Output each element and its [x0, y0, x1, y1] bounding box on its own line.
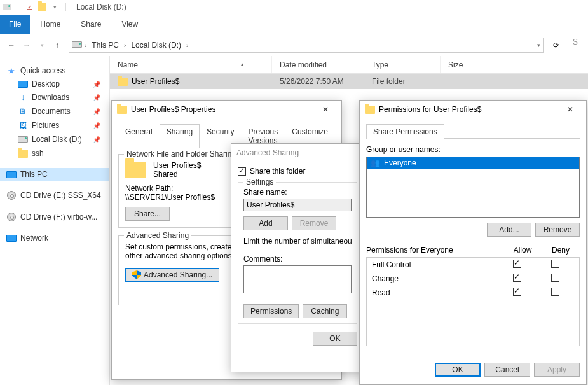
permission-row: Change — [367, 272, 579, 286]
allow-change-checkbox[interactable] — [513, 274, 521, 282]
pin-icon: 📌 — [93, 136, 100, 143]
share-this-folder-checkbox[interactable]: Share this folder — [238, 167, 357, 176]
nav-documents[interactable]: 🗎Documents📌 — [0, 104, 109, 118]
cancel-button[interactable]: Cancel — [484, 363, 530, 377]
folder-icon — [18, 148, 28, 158]
chevron-right-icon[interactable]: › — [85, 42, 86, 49]
close-button[interactable]: ✕ — [559, 102, 581, 116]
deny-header: Deny — [542, 246, 580, 255]
permission-row: Read — [367, 286, 579, 300]
nav-desktop[interactable]: Desktop📌 — [0, 78, 109, 90]
documents-icon: 🗎 — [18, 106, 28, 116]
add-principal-button[interactable]: Add... — [487, 223, 531, 237]
permissions-for-label: Permissions for Everyone — [366, 246, 503, 255]
downloads-icon: ↓ — [18, 92, 28, 102]
navigation-pane: ★ Quick access Desktop📌 ↓Downloads📌 🗎Doc… — [0, 56, 110, 385]
allow-read-checkbox[interactable] — [513, 288, 521, 296]
forward-button[interactable]: → — [20, 39, 33, 52]
tab-sharing[interactable]: Sharing — [160, 124, 200, 148]
tab-share[interactable]: Share — [71, 16, 111, 32]
chevron-down-icon[interactable]: ▾ — [537, 42, 540, 48]
folder-icon — [117, 106, 127, 114]
drive-icon — [3, 3, 11, 11]
folder-icon — [118, 78, 128, 86]
share-name-input[interactable] — [243, 199, 352, 211]
tab-view[interactable]: View — [111, 16, 148, 32]
nav-network[interactable]: Network — [0, 232, 109, 244]
dialog-titlebar[interactable]: Permissions for User Profiles$ ✕ — [360, 101, 586, 118]
group-or-user-names-label: Group or user names: — [366, 145, 580, 154]
column-headers: Name▲ Date modified Type Size — [110, 56, 588, 74]
allow-full-control-checkbox[interactable] — [513, 260, 521, 268]
remove-principal-button[interactable]: Remove — [535, 223, 580, 237]
qat-dropdown-icon[interactable]: ▾ — [50, 3, 59, 11]
dialog-title: Permissions for User Profiles$ — [379, 105, 481, 114]
chevron-right-icon[interactable]: › — [124, 42, 126, 49]
caching-button[interactable]: Caching — [303, 304, 347, 318]
shield-icon — [132, 270, 141, 279]
remove-share-button[interactable]: Remove — [292, 216, 336, 230]
pc-icon — [6, 171, 17, 178]
share-button[interactable]: Share... — [125, 207, 170, 221]
list-item[interactable]: User Profiles$ 5/26/2022 7:50 AM File fo… — [110, 74, 588, 89]
deny-read-checkbox[interactable] — [551, 288, 559, 296]
breadcrumb-segment[interactable]: Local Disk (D:) — [128, 39, 184, 51]
comments-input[interactable] — [243, 265, 352, 293]
deny-change-checkbox[interactable] — [551, 274, 559, 282]
drive-icon — [18, 134, 28, 144]
ok-button[interactable]: OK — [313, 332, 357, 346]
sort-ascending-icon: ▲ — [240, 62, 245, 67]
pin-icon: 📌 — [93, 81, 100, 88]
nav-local-disk-d[interactable]: Local Disk (D:)📌 — [0, 132, 109, 146]
nav-downloads[interactable]: ↓Downloads📌 — [0, 90, 109, 104]
permission-row: Full Control — [367, 258, 579, 272]
back-button[interactable]: ← — [5, 39, 18, 52]
column-type[interactable]: Type — [364, 56, 441, 73]
file-tab[interactable]: File — [0, 15, 30, 34]
principals-listbox[interactable]: 👥 Everyone — [366, 157, 580, 218]
chevron-right-icon[interactable]: › — [186, 42, 188, 49]
star-icon: ★ — [6, 66, 17, 76]
nav-cd-drive-f[interactable]: CD Drive (F:) virtio-w... — [0, 210, 109, 224]
apply-button[interactable]: Apply — [534, 363, 580, 377]
tab-share-permissions[interactable]: Share Permissions — [366, 124, 444, 139]
column-name[interactable]: Name▲ — [110, 56, 272, 73]
permissions-button[interactable]: Permissions — [243, 304, 299, 318]
deny-full-control-checkbox[interactable] — [551, 260, 559, 268]
address-bar: ← → ▾ ↑ › This PC › Local Disk (D:) › ▾ … — [0, 34, 588, 56]
dialog-titlebar[interactable]: User Profiles$ Properties ✕ — [112, 101, 341, 118]
advanced-sharing-dialog: Advanced Sharing Share this folder Setti… — [231, 143, 364, 372]
close-button[interactable]: ✕ — [315, 102, 336, 116]
disc-icon — [6, 212, 17, 222]
permissions-tabs: Share Permissions — [366, 123, 580, 139]
recent-dropdown-icon[interactable]: ▾ — [36, 39, 48, 52]
people-icon: 👥 — [371, 158, 380, 167]
nav-ssh[interactable]: ssh — [0, 146, 109, 160]
breadcrumb[interactable]: › This PC › Local Disk (D:) › ▾ — [69, 38, 544, 53]
checkbox-icon — [238, 167, 246, 176]
nav-pictures[interactable]: 🖼Pictures📌 — [0, 118, 109, 132]
share-status: Shared — [153, 170, 201, 179]
tab-home[interactable]: Home — [30, 16, 71, 32]
advanced-sharing-button[interactable]: Advanced Sharing... — [125, 268, 219, 282]
nav-cd-drive-e[interactable]: CD Drive (E:) SSS_X64 — [0, 188, 109, 202]
nav-quick-access[interactable]: ★ Quick access — [0, 64, 109, 78]
properties-checkmark-icon[interactable]: ☑ — [25, 3, 34, 11]
nav-this-pc[interactable]: This PC — [0, 168, 109, 181]
tab-general[interactable]: General — [118, 124, 160, 148]
disc-icon — [6, 190, 17, 200]
allow-header: Allow — [503, 246, 542, 255]
up-button[interactable]: ↑ — [51, 39, 64, 52]
breadcrumb-segment[interactable]: This PC — [89, 39, 121, 51]
principal-item[interactable]: 👥 Everyone — [367, 157, 579, 169]
add-share-button[interactable]: Add — [243, 216, 288, 230]
dialog-titlebar[interactable]: Advanced Sharing — [231, 144, 364, 162]
dialog-title: User Profiles$ Properties — [131, 105, 215, 114]
permissions-table: Full Control Change Read — [366, 257, 580, 346]
dialog-title: Advanced Sharing — [236, 148, 299, 157]
search-input[interactable]: S — [569, 38, 583, 53]
column-size[interactable]: Size — [441, 56, 491, 73]
ok-button[interactable]: OK — [435, 363, 481, 377]
refresh-button[interactable]: ⟳ — [549, 38, 564, 53]
column-date[interactable]: Date modified — [272, 56, 364, 73]
